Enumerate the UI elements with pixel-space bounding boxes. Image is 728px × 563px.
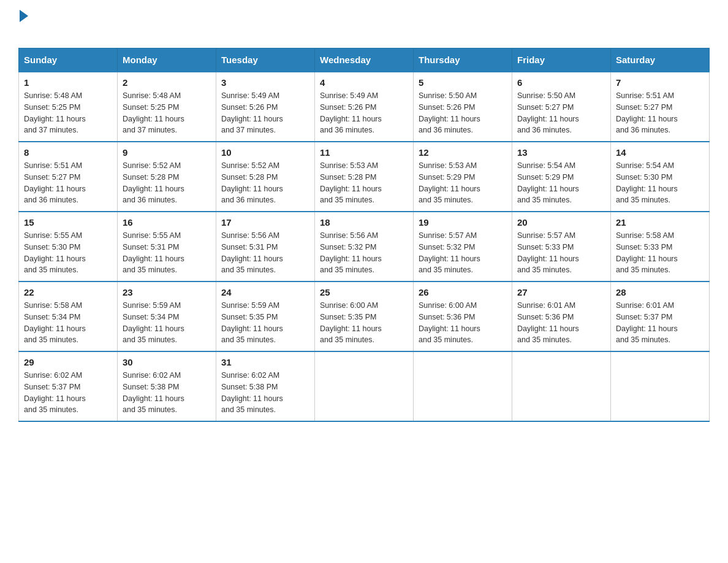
day-info: Sunrise: 5:56 AMSunset: 5:32 PMDaylight:… (320, 230, 408, 276)
calendar-day-cell: 14Sunrise: 5:54 AMSunset: 5:30 PMDayligh… (611, 142, 710, 212)
day-number: 29 (24, 357, 112, 367)
day-number: 8 (24, 147, 112, 158)
day-info: Sunrise: 5:58 AMSunset: 5:34 PMDaylight:… (24, 300, 112, 346)
day-of-week-header: Monday (118, 48, 216, 72)
calendar-day-cell: 19Sunrise: 5:57 AMSunset: 5:32 PMDayligh… (414, 212, 512, 282)
day-number: 10 (221, 147, 309, 158)
day-info: Sunrise: 5:49 AMSunset: 5:26 PMDaylight:… (320, 90, 408, 136)
calendar-day-cell: 15Sunrise: 5:55 AMSunset: 5:30 PMDayligh… (19, 212, 118, 282)
calendar-day-cell: 25Sunrise: 6:00 AMSunset: 5:35 PMDayligh… (315, 282, 414, 351)
calendar-day-cell: 31Sunrise: 6:02 AMSunset: 5:38 PMDayligh… (216, 351, 315, 421)
day-number: 28 (616, 287, 704, 297)
day-number: 24 (221, 287, 309, 297)
calendar-day-cell (315, 351, 414, 421)
page-header (18, 12, 710, 42)
logo (18, 12, 28, 42)
day-info: Sunrise: 5:58 AMSunset: 5:33 PMDaylight:… (616, 230, 704, 276)
day-info: Sunrise: 5:54 AMSunset: 5:29 PMDaylight:… (517, 160, 605, 206)
day-number: 16 (123, 217, 211, 228)
calendar-day-cell (611, 351, 710, 421)
day-info: Sunrise: 6:00 AMSunset: 5:35 PMDaylight:… (320, 300, 408, 346)
day-of-week-header: Saturday (611, 48, 710, 72)
calendar-day-cell: 20Sunrise: 5:57 AMSunset: 5:33 PMDayligh… (512, 212, 611, 282)
calendar-day-cell: 5Sunrise: 5:50 AMSunset: 5:26 PMDaylight… (414, 72, 512, 142)
day-info: Sunrise: 5:51 AMSunset: 5:27 PMDaylight:… (616, 90, 704, 136)
day-info: Sunrise: 5:53 AMSunset: 5:28 PMDaylight:… (320, 160, 408, 206)
day-number: 26 (419, 287, 507, 297)
day-number: 18 (320, 217, 408, 228)
day-number: 15 (24, 217, 112, 228)
calendar-day-cell (414, 351, 512, 421)
day-number: 30 (123, 357, 211, 367)
day-number: 9 (123, 147, 211, 158)
day-info: Sunrise: 5:57 AMSunset: 5:32 PMDaylight:… (419, 230, 507, 276)
calendar-day-cell: 16Sunrise: 5:55 AMSunset: 5:31 PMDayligh… (118, 212, 216, 282)
calendar-day-cell: 13Sunrise: 5:54 AMSunset: 5:29 PMDayligh… (512, 142, 611, 212)
calendar-week-row: 1Sunrise: 5:48 AMSunset: 5:25 PMDaylight… (19, 72, 710, 142)
calendar-day-cell: 30Sunrise: 6:02 AMSunset: 5:38 PMDayligh… (118, 351, 216, 421)
calendar-day-cell: 21Sunrise: 5:58 AMSunset: 5:33 PMDayligh… (611, 212, 710, 282)
day-info: Sunrise: 5:55 AMSunset: 5:31 PMDaylight:… (123, 230, 211, 276)
day-info: Sunrise: 6:02 AMSunset: 5:38 PMDaylight:… (123, 370, 211, 416)
day-of-week-header: Thursday (414, 48, 512, 72)
calendar-day-cell: 18Sunrise: 5:56 AMSunset: 5:32 PMDayligh… (315, 212, 414, 282)
calendar-day-cell: 23Sunrise: 5:59 AMSunset: 5:34 PMDayligh… (118, 282, 216, 351)
calendar-week-row: 22Sunrise: 5:58 AMSunset: 5:34 PMDayligh… (19, 282, 710, 351)
day-info: Sunrise: 5:51 AMSunset: 5:27 PMDaylight:… (24, 160, 112, 206)
day-number: 14 (616, 147, 704, 158)
day-number: 17 (221, 217, 309, 228)
day-of-week-header: Wednesday (315, 48, 414, 72)
calendar-day-cell: 17Sunrise: 5:56 AMSunset: 5:31 PMDayligh… (216, 212, 315, 282)
calendar-header-row: SundayMondayTuesdayWednesdayThursdayFrid… (19, 48, 710, 72)
calendar-day-cell: 12Sunrise: 5:53 AMSunset: 5:29 PMDayligh… (414, 142, 512, 212)
day-number: 21 (616, 217, 704, 228)
day-info: Sunrise: 5:53 AMSunset: 5:29 PMDaylight:… (419, 160, 507, 206)
day-info: Sunrise: 5:48 AMSunset: 5:25 PMDaylight:… (24, 90, 112, 136)
day-info: Sunrise: 5:50 AMSunset: 5:27 PMDaylight:… (517, 90, 605, 136)
day-number: 3 (221, 77, 309, 88)
day-number: 6 (517, 77, 605, 88)
day-info: Sunrise: 5:59 AMSunset: 5:35 PMDaylight:… (221, 300, 309, 346)
day-of-week-header: Friday (512, 48, 611, 72)
day-number: 11 (320, 147, 408, 158)
day-number: 2 (123, 77, 211, 88)
day-info: Sunrise: 5:48 AMSunset: 5:25 PMDaylight:… (123, 90, 211, 136)
calendar-day-cell: 4Sunrise: 5:49 AMSunset: 5:26 PMDaylight… (315, 72, 414, 142)
calendar-day-cell: 28Sunrise: 6:01 AMSunset: 5:37 PMDayligh… (611, 282, 710, 351)
day-info: Sunrise: 5:56 AMSunset: 5:31 PMDaylight:… (221, 230, 309, 276)
day-number: 31 (221, 357, 309, 367)
day-number: 19 (419, 217, 507, 228)
day-info: Sunrise: 5:49 AMSunset: 5:26 PMDaylight:… (221, 90, 309, 136)
day-info: Sunrise: 5:52 AMSunset: 5:28 PMDaylight:… (123, 160, 211, 206)
day-info: Sunrise: 5:55 AMSunset: 5:30 PMDaylight:… (24, 230, 112, 276)
day-info: Sunrise: 6:00 AMSunset: 5:36 PMDaylight:… (419, 300, 507, 346)
calendar-day-cell: 29Sunrise: 6:02 AMSunset: 5:37 PMDayligh… (19, 351, 118, 421)
day-number: 7 (616, 77, 704, 88)
calendar-day-cell: 6Sunrise: 5:50 AMSunset: 5:27 PMDaylight… (512, 72, 611, 142)
day-number: 4 (320, 77, 408, 88)
day-number: 1 (24, 77, 112, 88)
day-number: 25 (320, 287, 408, 297)
day-number: 12 (419, 147, 507, 158)
calendar-week-row: 8Sunrise: 5:51 AMSunset: 5:27 PMDaylight… (19, 142, 710, 212)
calendar-day-cell: 8Sunrise: 5:51 AMSunset: 5:27 PMDaylight… (19, 142, 118, 212)
calendar-week-row: 15Sunrise: 5:55 AMSunset: 5:30 PMDayligh… (19, 212, 710, 282)
day-of-week-header: Tuesday (216, 48, 315, 72)
day-info: Sunrise: 6:01 AMSunset: 5:37 PMDaylight:… (616, 300, 704, 346)
calendar-table: SundayMondayTuesdayWednesdayThursdayFrid… (18, 48, 710, 422)
calendar-day-cell: 7Sunrise: 5:51 AMSunset: 5:27 PMDaylight… (611, 72, 710, 142)
day-info: Sunrise: 6:02 AMSunset: 5:37 PMDaylight:… (24, 370, 112, 416)
day-number: 20 (517, 217, 605, 228)
day-info: Sunrise: 6:01 AMSunset: 5:36 PMDaylight:… (517, 300, 605, 346)
day-number: 22 (24, 287, 112, 297)
day-info: Sunrise: 5:54 AMSunset: 5:30 PMDaylight:… (616, 160, 704, 206)
day-number: 5 (419, 77, 507, 88)
day-number: 23 (123, 287, 211, 297)
day-number: 27 (517, 287, 605, 297)
day-number: 13 (517, 147, 605, 158)
day-info: Sunrise: 5:59 AMSunset: 5:34 PMDaylight:… (123, 300, 211, 346)
day-info: Sunrise: 5:52 AMSunset: 5:28 PMDaylight:… (221, 160, 309, 206)
calendar-day-cell: 26Sunrise: 6:00 AMSunset: 5:36 PMDayligh… (414, 282, 512, 351)
calendar-day-cell: 3Sunrise: 5:49 AMSunset: 5:26 PMDaylight… (216, 72, 315, 142)
logo-arrow-icon (20, 10, 28, 22)
